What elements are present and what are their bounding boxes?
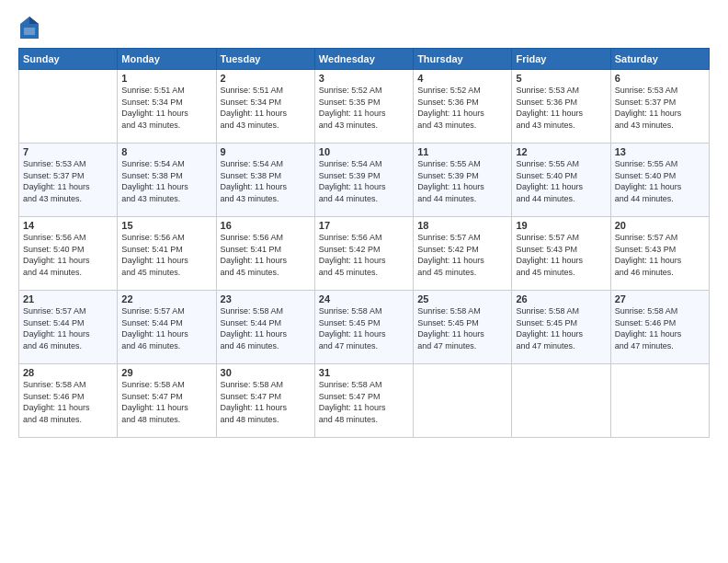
header-cell-wednesday: Wednesday	[314, 49, 413, 70]
day-info: Sunrise: 5:56 AM Sunset: 5:40 PM Dayligh…	[23, 232, 113, 278]
day-number: 3	[319, 73, 409, 84]
day-number: 11	[417, 146, 507, 157]
day-number: 22	[121, 293, 211, 304]
header-cell-saturday: Saturday	[610, 49, 709, 70]
day-info: Sunrise: 5:51 AM Sunset: 5:34 PM Dayligh…	[221, 85, 311, 131]
day-info: Sunrise: 5:57 AM Sunset: 5:43 PM Dayligh…	[516, 232, 606, 278]
header-row: SundayMondayTuesdayWednesdayThursdayFrid…	[19, 49, 710, 70]
day-info: Sunrise: 5:57 AM Sunset: 5:43 PM Dayligh…	[615, 232, 705, 278]
day-cell: 6Sunrise: 5:53 AM Sunset: 5:37 PM Daylig…	[610, 70, 709, 144]
week-row-3: 14Sunrise: 5:56 AM Sunset: 5:40 PM Dayli…	[19, 217, 710, 291]
day-cell: 13Sunrise: 5:55 AM Sunset: 5:40 PM Dayli…	[610, 144, 709, 217]
day-cell: 17Sunrise: 5:56 AM Sunset: 5:42 PM Dayli…	[314, 217, 413, 291]
day-cell: 29Sunrise: 5:58 AM Sunset: 5:47 PM Dayli…	[118, 364, 216, 438]
svg-rect-2	[24, 28, 35, 35]
day-number: 20	[615, 220, 705, 231]
day-number: 25	[417, 293, 507, 304]
day-cell	[610, 364, 709, 438]
day-number: 27	[615, 293, 705, 304]
calendar-header: SundayMondayTuesdayWednesdayThursdayFrid…	[19, 49, 710, 70]
day-info: Sunrise: 5:58 AM Sunset: 5:45 PM Dayligh…	[516, 305, 606, 351]
logo	[18, 15, 44, 40]
calendar-body: 1Sunrise: 5:51 AM Sunset: 5:34 PM Daylig…	[19, 70, 710, 438]
day-cell: 9Sunrise: 5:54 AM Sunset: 5:38 PM Daylig…	[216, 144, 314, 217]
day-info: Sunrise: 5:55 AM Sunset: 5:40 PM Dayligh…	[615, 158, 705, 204]
day-cell: 23Sunrise: 5:58 AM Sunset: 5:44 PM Dayli…	[216, 291, 314, 364]
day-number: 14	[23, 220, 113, 231]
day-info: Sunrise: 5:58 AM Sunset: 5:47 PM Dayligh…	[221, 379, 311, 425]
day-info: Sunrise: 5:55 AM Sunset: 5:39 PM Dayligh…	[417, 158, 507, 204]
day-cell: 3Sunrise: 5:52 AM Sunset: 5:35 PM Daylig…	[314, 70, 413, 144]
day-cell: 8Sunrise: 5:54 AM Sunset: 5:38 PM Daylig…	[118, 144, 216, 217]
day-number: 29	[121, 367, 211, 378]
day-number: 1	[121, 73, 211, 84]
header-cell-tuesday: Tuesday	[216, 49, 314, 70]
day-number: 31	[319, 367, 409, 378]
day-info: Sunrise: 5:58 AM Sunset: 5:45 PM Dayligh…	[417, 305, 507, 351]
day-number: 8	[121, 146, 211, 157]
day-number: 17	[319, 220, 409, 231]
day-number: 24	[319, 293, 409, 304]
day-info: Sunrise: 5:53 AM Sunset: 5:37 PM Dayligh…	[23, 158, 113, 204]
day-cell: 5Sunrise: 5:53 AM Sunset: 5:36 PM Daylig…	[512, 70, 610, 144]
day-info: Sunrise: 5:52 AM Sunset: 5:35 PM Dayligh…	[319, 85, 409, 131]
day-number: 19	[516, 220, 606, 231]
day-info: Sunrise: 5:54 AM Sunset: 5:38 PM Dayligh…	[221, 158, 311, 204]
day-info: Sunrise: 5:54 AM Sunset: 5:39 PM Dayligh…	[319, 158, 409, 204]
logo-icon	[18, 15, 40, 40]
day-info: Sunrise: 5:57 AM Sunset: 5:42 PM Dayligh…	[417, 232, 507, 278]
week-row-1: 1Sunrise: 5:51 AM Sunset: 5:34 PM Daylig…	[19, 70, 710, 144]
day-number: 4	[417, 73, 507, 84]
day-cell: 1Sunrise: 5:51 AM Sunset: 5:34 PM Daylig…	[118, 70, 216, 144]
day-number: 10	[319, 146, 409, 157]
day-number: 13	[615, 146, 705, 157]
day-number: 7	[23, 146, 113, 157]
header-cell-sunday: Sunday	[19, 49, 118, 70]
header	[18, 15, 710, 40]
day-number: 18	[417, 220, 507, 231]
day-cell: 18Sunrise: 5:57 AM Sunset: 5:42 PM Dayli…	[414, 217, 512, 291]
header-cell-friday: Friday	[512, 49, 610, 70]
page: SundayMondayTuesdayWednesdayThursdayFrid…	[0, 0, 728, 563]
day-cell: 4Sunrise: 5:52 AM Sunset: 5:36 PM Daylig…	[414, 70, 512, 144]
day-number: 28	[23, 367, 113, 378]
day-info: Sunrise: 5:58 AM Sunset: 5:45 PM Dayligh…	[319, 305, 409, 351]
day-info: Sunrise: 5:56 AM Sunset: 5:41 PM Dayligh…	[121, 232, 211, 278]
week-row-2: 7Sunrise: 5:53 AM Sunset: 5:37 PM Daylig…	[19, 144, 710, 217]
day-cell: 12Sunrise: 5:55 AM Sunset: 5:40 PM Dayli…	[512, 144, 610, 217]
day-number: 30	[221, 367, 311, 378]
day-number: 26	[516, 293, 606, 304]
header-cell-thursday: Thursday	[414, 49, 512, 70]
day-info: Sunrise: 5:51 AM Sunset: 5:34 PM Dayligh…	[121, 85, 211, 131]
day-cell: 7Sunrise: 5:53 AM Sunset: 5:37 PM Daylig…	[19, 144, 118, 217]
day-cell: 14Sunrise: 5:56 AM Sunset: 5:40 PM Dayli…	[19, 217, 118, 291]
svg-marker-1	[29, 17, 39, 24]
day-info: Sunrise: 5:57 AM Sunset: 5:44 PM Dayligh…	[23, 305, 113, 351]
day-cell	[414, 364, 512, 438]
day-info: Sunrise: 5:53 AM Sunset: 5:37 PM Dayligh…	[615, 85, 705, 131]
day-cell: 28Sunrise: 5:58 AM Sunset: 5:46 PM Dayli…	[19, 364, 118, 438]
day-info: Sunrise: 5:54 AM Sunset: 5:38 PM Dayligh…	[121, 158, 211, 204]
day-cell: 16Sunrise: 5:56 AM Sunset: 5:41 PM Dayli…	[216, 217, 314, 291]
day-number: 21	[23, 293, 113, 304]
day-number: 15	[121, 220, 211, 231]
day-cell: 21Sunrise: 5:57 AM Sunset: 5:44 PM Dayli…	[19, 291, 118, 364]
day-number: 2	[221, 73, 311, 84]
day-info: Sunrise: 5:58 AM Sunset: 5:44 PM Dayligh…	[221, 305, 311, 351]
day-cell: 25Sunrise: 5:58 AM Sunset: 5:45 PM Dayli…	[414, 291, 512, 364]
day-number: 12	[516, 146, 606, 157]
day-info: Sunrise: 5:55 AM Sunset: 5:40 PM Dayligh…	[516, 158, 606, 204]
day-number: 6	[615, 73, 705, 84]
day-cell: 31Sunrise: 5:58 AM Sunset: 5:47 PM Dayli…	[314, 364, 413, 438]
day-cell	[512, 364, 610, 438]
day-cell: 15Sunrise: 5:56 AM Sunset: 5:41 PM Dayli…	[118, 217, 216, 291]
day-cell	[19, 70, 118, 144]
day-cell: 11Sunrise: 5:55 AM Sunset: 5:39 PM Dayli…	[414, 144, 512, 217]
day-info: Sunrise: 5:58 AM Sunset: 5:47 PM Dayligh…	[319, 379, 409, 425]
day-info: Sunrise: 5:58 AM Sunset: 5:46 PM Dayligh…	[23, 379, 113, 425]
day-cell: 10Sunrise: 5:54 AM Sunset: 5:39 PM Dayli…	[314, 144, 413, 217]
day-info: Sunrise: 5:56 AM Sunset: 5:42 PM Dayligh…	[319, 232, 409, 278]
day-number: 16	[221, 220, 311, 231]
day-cell: 20Sunrise: 5:57 AM Sunset: 5:43 PM Dayli…	[610, 217, 709, 291]
day-cell: 24Sunrise: 5:58 AM Sunset: 5:45 PM Dayli…	[314, 291, 413, 364]
